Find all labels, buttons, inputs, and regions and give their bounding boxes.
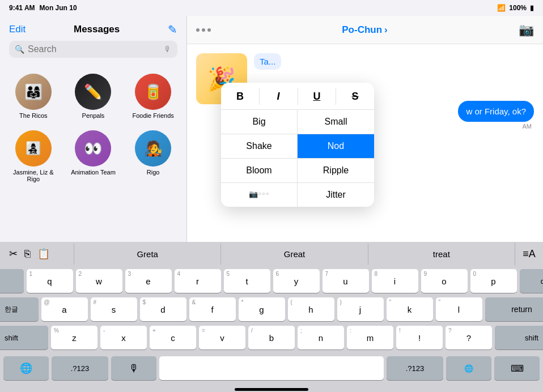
globe-key[interactable]: 🌐 (3, 356, 49, 380)
keyboard-bottom-row: 🌐 .?123 🎙 .?123 🌐 ⌨ (2, 354, 541, 384)
suggestion-treat[interactable]: treat (368, 244, 515, 265)
key-exclaim[interactable]: !! (396, 326, 443, 350)
italic-button[interactable]: I (260, 88, 298, 105)
avatar: 👀 (75, 130, 111, 167)
contact-item[interactable]: 🧑‍🎤 Rigo (124, 126, 182, 187)
key-x[interactable]: -x (100, 326, 147, 350)
contacts-grid: 👨‍👩‍👧 The Ricos ✏️ Penpals 🥫 Foodie Frie… (0, 65, 186, 191)
avatar: 👨‍👩‍👧 (15, 74, 52, 110)
microphone-icon: 🎙 (164, 45, 172, 54)
chat-contact-name[interactable]: Po-Chun › (342, 24, 388, 36)
key-a[interactable]: @a (41, 297, 88, 321)
key-g[interactable]: *g (239, 297, 285, 321)
contact-name: Animation Team (71, 169, 116, 176)
key-b[interactable]: /b (248, 326, 295, 350)
sidebar-header: Edit Messages ✎ (0, 16, 186, 41)
numbers-key-right[interactable]: .?123 (387, 356, 443, 380)
delete-key[interactable]: delete (520, 269, 544, 293)
suggestion-greta[interactable]: Greta (74, 244, 220, 265)
contact-name: Penpals (82, 112, 105, 119)
battery-text: 100% (509, 4, 527, 12)
key-r[interactable]: 4r (175, 269, 221, 293)
edit-button[interactable]: Edit (9, 24, 26, 35)
status-bar-left: 9:41 AM Mon Jun 10 (9, 4, 77, 12)
key-h[interactable]: (h (288, 297, 334, 321)
key-w[interactable]: 2w (76, 269, 122, 293)
shift-key-right[interactable]: shift (495, 326, 543, 350)
contact-item[interactable]: 👩‍👧‍👦 Jasmine, Liz & Rigo (5, 126, 62, 187)
format-popup: B I U S Big Small Shake Nod Bloom Ripple… (221, 83, 374, 207)
ripple-effect-button[interactable]: Ripple (298, 159, 374, 183)
small-effect-button[interactable]: Small (298, 110, 374, 134)
bold-button[interactable]: B (221, 88, 260, 105)
emoji-key[interactable]: 🌐 (446, 356, 491, 380)
key-k[interactable]: "k (387, 297, 433, 321)
contact-name: Rigo (147, 169, 160, 176)
copy-icon[interactable]: ⎘ (24, 248, 31, 260)
key-j[interactable]: )j (337, 297, 384, 321)
key-n[interactable]: ;n (298, 326, 344, 350)
paste-icon[interactable]: 📋 (37, 248, 50, 260)
key-u[interactable]: 7u (323, 269, 369, 293)
video-call-button[interactable]: 📷 (519, 23, 534, 37)
nod-effect-button[interactable]: Nod (298, 134, 374, 159)
keyboard-row-2: 한글 @a #s $d &f *g (h )j "k "l return (2, 297, 541, 321)
key-q[interactable]: 1q (27, 269, 73, 293)
microphone-key[interactable]: 🎙 (111, 356, 156, 380)
hangul-key[interactable]: 한글 (0, 297, 39, 321)
key-e[interactable]: 3e (125, 269, 172, 293)
format-toolbar: B I U S (221, 83, 374, 110)
keyboard-hide-icon: ⌨ (511, 363, 524, 374)
scissors-icon[interactable]: ✂ (9, 248, 18, 260)
tab-key[interactable]: tab (0, 269, 24, 293)
key-p[interactable]: 0p (470, 269, 517, 293)
key-d[interactable]: $d (140, 297, 186, 321)
sidebar-title: Messages (74, 24, 120, 35)
contact-item[interactable]: 👀 Animation Team (65, 126, 122, 187)
key-y[interactable]: 6y (273, 269, 320, 293)
search-bar[interactable]: 🔍 🎙 (9, 41, 177, 58)
bloom-effect-button[interactable]: Bloom (221, 159, 298, 183)
compose-button[interactable]: ✎ (168, 23, 177, 36)
key-z[interactable]: %z (51, 326, 97, 350)
strikethrough-button[interactable]: S (336, 88, 374, 105)
big-effect-button[interactable]: Big (221, 110, 298, 134)
jitter-effect-button[interactable]: Jitter (298, 183, 374, 207)
avatar: 🧑‍🎤 (135, 130, 171, 167)
key-v[interactable]: =v (199, 326, 245, 350)
header-dot (207, 28, 211, 32)
custom-effect-button[interactable]: 📷◦◦◦ (221, 183, 298, 207)
suggestion-great[interactable]: Great (220, 244, 367, 265)
contact-name: The Ricos (19, 112, 48, 119)
battery-icon: ▮ (530, 4, 534, 12)
key-t[interactable]: 5t (224, 269, 270, 293)
numbers-key-left[interactable]: .?123 (52, 356, 108, 380)
contact-name: Jasmine, Liz & Rigo (7, 169, 60, 182)
shift-key-left[interactable]: shift (0, 326, 48, 350)
contact-item[interactable]: 👨‍👩‍👧 The Ricos (5, 69, 62, 123)
return-key[interactable]: return (485, 297, 544, 321)
wifi-icon: 📶 (497, 4, 506, 12)
chat-header: Po-Chun › 📷 (187, 16, 543, 44)
key-o[interactable]: 9o (421, 269, 468, 293)
key-m[interactable]: :m (347, 326, 393, 350)
key-c[interactable]: +c (150, 326, 196, 350)
text-options-icon[interactable]: ≡A (515, 242, 543, 266)
status-time: 9:41 AM (9, 4, 35, 12)
key-l[interactable]: "l (436, 297, 482, 321)
keyboard-row-3: shift %z -x +c =v /b ;n :m !! ?? shift (2, 326, 541, 350)
chevron-icon: › (384, 24, 388, 36)
hide-keyboard-button[interactable]: ⌨ (494, 356, 540, 380)
key-i[interactable]: 8i (372, 269, 418, 293)
shake-effect-button[interactable]: Shake (221, 134, 298, 159)
globe-icon: 🌐 (20, 362, 32, 374)
key-s[interactable]: #s (91, 297, 137, 321)
key-question[interactable]: ?? (446, 326, 492, 350)
key-f[interactable]: &f (189, 297, 236, 321)
underline-button[interactable]: U (298, 88, 337, 105)
contact-item[interactable]: 🥫 Foodie Friends (124, 69, 182, 123)
contact-item[interactable]: ✏️ Penpals (65, 69, 122, 123)
search-input[interactable] (28, 44, 160, 54)
space-key[interactable] (159, 356, 384, 380)
contact-name: Foodie Friends (132, 112, 173, 119)
